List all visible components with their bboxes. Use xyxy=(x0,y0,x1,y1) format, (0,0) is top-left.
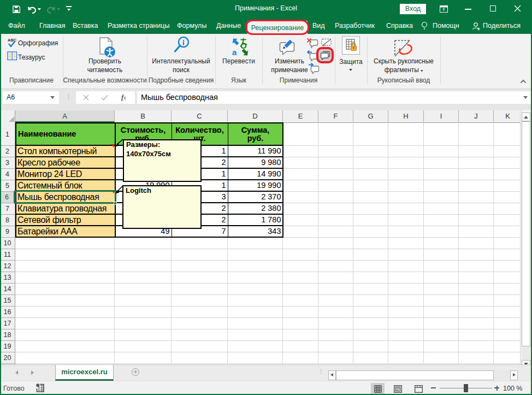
svg-text:a: a xyxy=(232,48,237,56)
svg-text:ABC: ABC xyxy=(8,38,17,43)
